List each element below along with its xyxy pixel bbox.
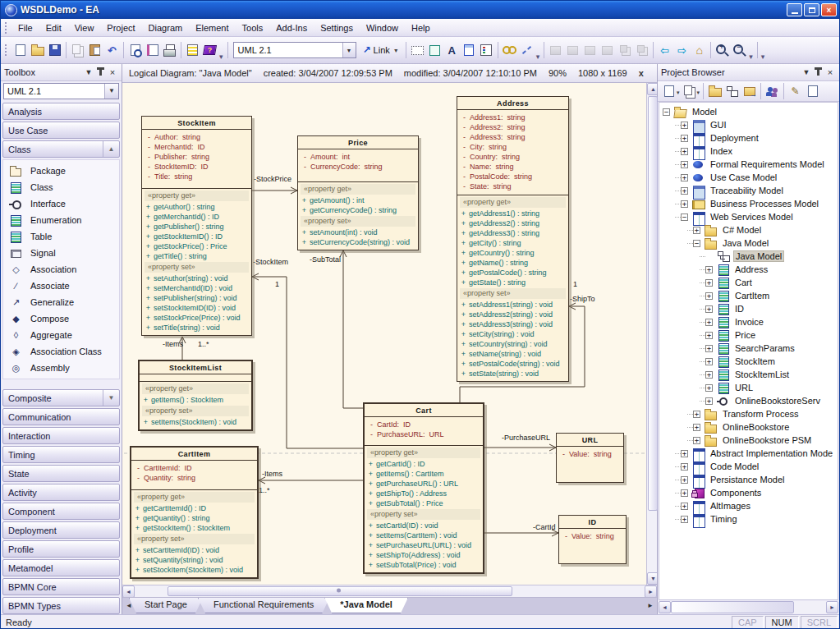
pb-scroll-right-icon[interactable]: ►	[826, 601, 838, 613]
project-team-icon[interactable]	[764, 84, 780, 99]
open-icon[interactable]	[30, 43, 45, 57]
navigate-forward-icon[interactable]: ⇨	[674, 43, 690, 57]
tree-item-webservicesmodel[interactable]: −Web Services Model	[659, 210, 838, 223]
restore-button[interactable]	[804, 3, 819, 16]
minimize-button[interactable]	[787, 3, 802, 16]
toolbox-group-timing[interactable]: Timing	[2, 446, 120, 463]
tree-item-stockitemlist[interactable]: +StockItemList	[659, 368, 838, 381]
horizontal-scrollbar[interactable]: ◄ ►	[122, 585, 657, 597]
tree-item-cartitem[interactable]: +CartItem	[659, 289, 838, 302]
toolbox-item-association[interactable]: ◇Association	[3, 261, 119, 278]
new-document-icon[interactable]	[12, 43, 28, 57]
document-artifact-icon[interactable]	[461, 43, 477, 57]
class-stockitem[interactable]: StockItem-Author: string-MerchantId: ID-…	[141, 116, 252, 336]
expand-icon[interactable]: +	[681, 174, 688, 181]
tree-item-timing[interactable]: +Timing	[659, 512, 838, 526]
expand-icon[interactable]: ▼	[103, 390, 119, 406]
toolbox-group-activity[interactable]: Activity	[2, 484, 120, 501]
menu-file[interactable]: File	[11, 21, 39, 35]
tree-item-stockitem[interactable]: +StockItem	[659, 355, 838, 368]
tree-item-url[interactable]: +URL	[659, 381, 838, 394]
expand-icon[interactable]: +	[681, 148, 688, 155]
tree-item-traceabilitymodel[interactable]: +Traceability Model	[659, 184, 838, 197]
uml-combo-dropdown-icon[interactable]: ▼	[342, 43, 356, 57]
rtf-document-icon[interactable]	[145, 43, 160, 57]
diagram-close-icon[interactable]: x	[639, 68, 644, 78]
tab-scroll-right-icon[interactable]: ►	[645, 598, 655, 613]
link-dropdown-icon[interactable]: ▼	[393, 48, 399, 53]
toolbox-group-analysis[interactable]: Analysis	[2, 103, 120, 120]
horizontal-scroll-thumb[interactable]	[168, 586, 512, 596]
expand-icon[interactable]: +	[681, 161, 688, 168]
tree-item-model[interactable]: −Model	[659, 105, 838, 118]
help-book-icon[interactable]	[202, 43, 218, 57]
print-preview-icon[interactable]	[127, 43, 143, 57]
tree-item-javamodel[interactable]: Java Model	[659, 250, 838, 263]
tree-item-onlinebookstorepsm[interactable]: +OnlineBookstore PSM	[659, 434, 838, 447]
class-price[interactable]: Price-Amount: int-CurrencyCode: string«p…	[297, 135, 419, 250]
note-element-icon[interactable]	[427, 43, 443, 57]
toolbox-header[interactable]: Toolbox ▼ ×	[1, 64, 122, 81]
scroll-right-icon[interactable]: ►	[645, 585, 657, 598]
new-diagram-icon[interactable]	[724, 84, 740, 99]
pb-scroll-left-icon[interactable]: ◄	[659, 601, 671, 613]
association-connector[interactable]	[252, 277, 363, 448]
expand-icon[interactable]: +	[705, 266, 713, 273]
toolbox-combo-dropdown-icon[interactable]: ▼	[104, 84, 118, 99]
toolbox-group-usecase[interactable]: Use Case	[2, 122, 120, 139]
notes-icon[interactable]	[185, 43, 200, 57]
toolbar-grip[interactable]	[5, 44, 9, 56]
new-element-icon[interactable]	[661, 84, 677, 99]
tree-item-onlinebookstoreserv[interactable]: +OnlineBookstoreServ	[659, 394, 838, 407]
class-stockitemlist[interactable]: StockItemList«property get»+getItems() :…	[138, 360, 253, 431]
menu-edit[interactable]: Edit	[39, 21, 68, 35]
toolbox-item-table[interactable]: Table	[3, 228, 119, 245]
toolbox-group-profile[interactable]: Profile	[2, 540, 120, 558]
toolbar-options-icon[interactable]: ▾	[749, 53, 753, 63]
association-connector[interactable]	[343, 250, 363, 408]
tree-item-components[interactable]: +Components	[659, 486, 838, 499]
menu-window[interactable]: Window	[360, 21, 405, 35]
expand-icon[interactable]: +	[681, 135, 688, 142]
tree-item-businessprocessesmodel[interactable]: +Business Processes Model	[659, 197, 838, 210]
text-element-icon[interactable]: A	[444, 43, 460, 57]
close-button[interactable]: ×	[821, 3, 837, 16]
project-browser-pin-icon[interactable]	[817, 70, 819, 76]
expand-icon[interactable]: +	[681, 122, 688, 129]
toolbox-item-associate[interactable]: ∕Associate	[3, 278, 119, 294]
menu-element[interactable]: Element	[189, 21, 235, 35]
menu-settings[interactable]: Settings	[314, 21, 360, 35]
zoom-in-icon[interactable]: +	[714, 43, 730, 57]
toolbox-item-assembly[interactable]: ◎Assembly	[3, 360, 119, 376]
expand-icon[interactable]: +	[693, 411, 700, 418]
class-cartitem[interactable]: CartItem-CartItemId: ID-Quantity: string…	[130, 446, 259, 579]
menu-diagram[interactable]: Diagram	[142, 21, 190, 35]
tree-item-transformprocess[interactable]: +Transform Process	[659, 407, 838, 420]
expand-icon[interactable]: +	[693, 437, 700, 444]
dropdown-icon[interactable]: ▾	[677, 90, 680, 96]
toolbox-group-deployment[interactable]: Deployment	[2, 521, 120, 539]
expand-icon[interactable]: +	[705, 345, 713, 352]
menu-view[interactable]: View	[68, 21, 101, 35]
vertical-scroll-thumb[interactable]	[648, 96, 658, 511]
diagram-tab-startpage[interactable]: Start Page	[129, 598, 203, 613]
home-diagram-icon[interactable]	[691, 43, 707, 57]
toolbar-options-icon[interactable]: ▾	[219, 53, 223, 63]
add-model-icon[interactable]	[741, 84, 757, 99]
hyperlink-icon[interactable]	[502, 43, 517, 57]
tree-item-usecasemodel[interactable]: +Use Case Model	[659, 171, 838, 184]
expand-icon[interactable]: +	[681, 463, 688, 471]
class-cart[interactable]: Cart-CartId: ID-PurchaseURL: URL«propert…	[363, 402, 484, 574]
toolbox-group-state[interactable]: State	[2, 465, 120, 482]
dropdown-icon[interactable]: ▾	[697, 90, 700, 96]
project-browser-hscrollbar[interactable]: ◄ ►	[659, 601, 838, 613]
toolbox-profile-combo[interactable]: UML 2.1 ▼	[3, 83, 119, 99]
toolbox-item-aggregate[interactable]: ◊Aggregate	[3, 327, 119, 343]
expand-icon[interactable]: +	[681, 187, 688, 195]
tree-item-cmodel[interactable]: +C# Model	[659, 223, 838, 236]
toolbox-group-metamodel[interactable]: Metamodel	[2, 559, 120, 576]
link-tool-button[interactable]: ↗Link▼	[360, 44, 402, 57]
diagram-canvas[interactable]: -StockPrice-StockItem1-SubTotal-Items1..…	[122, 83, 646, 585]
tree-item-price[interactable]: +Price	[659, 328, 838, 342]
undo-icon[interactable]: ↶	[104, 43, 120, 57]
